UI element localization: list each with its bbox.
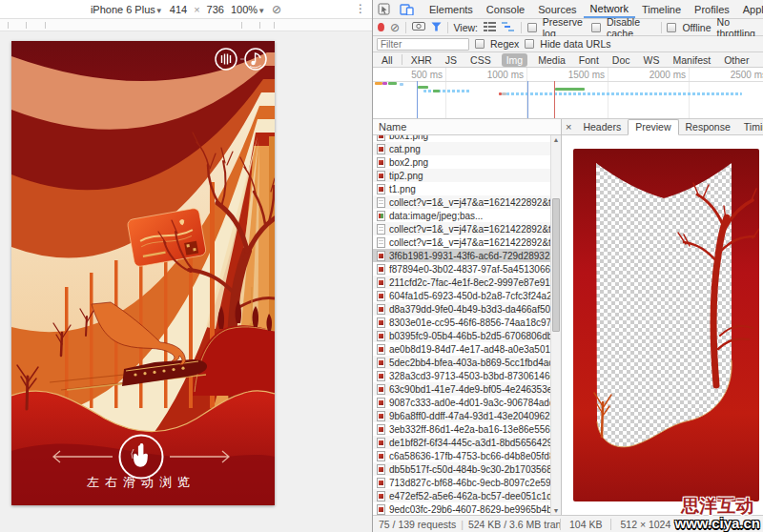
file-name: 9b6a8ff0-ddff-47a4-93d1-43e2040962ba [389, 411, 550, 421]
preserve-log-label: Preserve log [543, 16, 586, 39]
clear-icon[interactable]: ⊘ [390, 22, 400, 33]
table-row[interactable]: 5dec2bb4-bfea-403a-b869-5cc1fbd4ac19 [373, 356, 550, 369]
table-row[interactable]: 3eb332ff-86d1-4e2a-ba16-13e86e5565ef [373, 422, 550, 436]
detail-tab-headers[interactable]: Headers [576, 120, 628, 134]
file-name: ae0b8d19-84d7-4e17-ad48-a0e3a501501f [389, 344, 550, 355]
table-row[interactable]: e472ef52-a5e6-462a-bc57-dee051c1d768 [373, 489, 550, 502]
scrollbar-thumb[interactable] [552, 198, 560, 332]
viewport-width-field[interactable]: 414 [170, 4, 187, 15]
type-filter-ws[interactable]: WS [641, 54, 663, 66]
image-file-icon [377, 157, 385, 168]
table-row[interactable]: c6a58636-17fb-4753-bc66-d4b8e05fd855 [373, 449, 550, 462]
filter-toggle-icon[interactable] [431, 22, 442, 33]
disable-cache-checkbox[interactable] [591, 23, 601, 32]
view-list-icon[interactable] [484, 22, 496, 33]
image-preview-content [562, 135, 763, 515]
table-row[interactable]: collect?v=1&_v=j47&a=1621422892&t=event.… [373, 235, 550, 249]
file-name: e472ef52-a5e6-462a-bc57-dee051c1d768 [389, 491, 550, 501]
device-toolbar-toggle-icon[interactable] [395, 0, 419, 18]
file-name: 9edc03fc-29b6-4607-8629-be9965b4b8bb [389, 504, 550, 515]
device-toolbar: iPhone 6 Plus ▼ 414 × 736 100% ▼ ⊘ ⋮ [0, 0, 372, 19]
record-icon[interactable] [378, 23, 384, 31]
table-row[interactable]: ae0b8d19-84d7-4e17-ad48-a0e3a501501f [373, 342, 550, 356]
status-separator: | [461, 519, 464, 530]
table-row[interactable]: db5b517f-c50d-484b-9c30-2b1703568040 [373, 462, 550, 476]
device-select[interactable]: iPhone 6 Plus ▼ [91, 4, 163, 15]
tab-console[interactable]: Console [480, 0, 531, 18]
watermark-url: www.ciya.cn [675, 516, 760, 531]
chevron-down-icon: ▼ [258, 7, 265, 15]
tab-elements[interactable]: Elements [423, 0, 480, 18]
throttling-select[interactable]: No throttling [717, 16, 758, 39]
table-row[interactable]: d8a379dd-9fe0-4b49-b3d3-da466af50a92 [373, 302, 550, 316]
type-filter-all[interactable]: All [379, 54, 396, 66]
table-row[interactable]: 8303e01e-cc95-46f6-8856-74aa18c9730f [373, 316, 550, 329]
type-filter-other[interactable]: Other [721, 54, 752, 66]
table-row[interactable]: de1bf82f-6f34-445c-a3d1-8bd5656429a2 [373, 436, 550, 449]
table-row[interactable]: 9edc03fc-29b6-4607-8629-be9965b4b8bb [373, 502, 550, 515]
capture-screenshots-icon[interactable] [412, 21, 425, 33]
network-overview[interactable]: 500 ms1000 ms1500 ms2000 ms2500 ms [373, 68, 763, 119]
image-file-icon [377, 291, 385, 301]
table-row[interactable]: cat.png [373, 142, 550, 155]
type-filter-manifest[interactable]: Manifest [670, 54, 713, 66]
domcontentloaded-marker [417, 81, 418, 118]
document-file-icon [377, 237, 385, 248]
table-row[interactable]: t1.png [373, 182, 550, 195]
table-row[interactable]: b0395fc9-05b4-46b5-b2d5-6706806db3b0 [373, 329, 550, 342]
table-row[interactable]: 211cfd2c-7fac-4e1f-8ec2-9997e87e9192 [373, 276, 550, 289]
regex-checkbox[interactable] [475, 39, 485, 49]
type-filter-xhr[interactable]: XHR [408, 54, 435, 66]
table-row[interactable]: 3f6b1981-9931-43f6-ac6d-729d28932a9a [373, 249, 550, 262]
table-row[interactable]: collect?v=1&_v=j47&a=1621422892&t=page..… [373, 195, 550, 209]
status-segment: 524 KB / 3.6 MB transferred [468, 519, 561, 530]
file-name: b0395fc9-05b4-46b5-b2d5-6706806db3b0 [389, 331, 550, 341]
offline-checkbox[interactable] [667, 23, 676, 32]
throttling-icon[interactable]: ⊘ [272, 4, 281, 15]
table-row[interactable]: collect?v=1&_v=j47&a=1621422892&t=event.… [373, 222, 550, 235]
filter-input[interactable] [377, 38, 469, 51]
regex-label: Regex [490, 38, 519, 50]
detail-tab-preview[interactable]: Preview [628, 119, 678, 135]
name-column-header[interactable]: Name [373, 119, 561, 135]
close-detail-icon[interactable]: × [566, 121, 571, 133]
device-menu-icon[interactable]: ⋮ [355, 2, 366, 15]
table-row[interactable]: 328a3cd3-9713-4503-b3bd-87306146dad1 [373, 369, 550, 382]
type-filter-font[interactable]: Font [576, 54, 602, 66]
table-row[interactable]: 63c90bd1-41e7-4de9-bf05-4e246353ec42 [373, 382, 550, 396]
type-filter-img[interactable]: Img [502, 53, 528, 67]
type-filter-doc[interactable]: Doc [609, 54, 633, 66]
type-filter-media[interactable]: Media [535, 54, 568, 66]
detail-tab-timing[interactable]: Timing [737, 120, 763, 134]
scroll-down-icon[interactable]: ▼ [551, 507, 561, 514]
list-scrollbar[interactable]: ▲ ▼ [550, 135, 561, 515]
viewport-height-field[interactable]: 736 [207, 4, 224, 15]
image-file-icon [377, 504, 385, 515]
request-list: box1.pngcat.pngbox2.pngtip2.pngt1.pngcol… [373, 135, 550, 515]
detail-tab-response[interactable]: Response [679, 120, 737, 134]
watermark-brand: 思洋互动 [675, 497, 760, 516]
table-row[interactable]: 9087c333-ad0e-4d01-9a3c-906784addbe2 [373, 396, 550, 409]
table-row[interactable]: tip2.png [373, 169, 550, 182]
table-row[interactable]: 713d827c-bf68-46bc-9ecb-8097c2e59012 [373, 476, 550, 489]
zoom-select[interactable]: 100% ▼ [231, 4, 265, 15]
table-row[interactable]: 604fa1d5-6923-450d-b2a8-7cfc3f24a2db [373, 289, 550, 302]
table-row[interactable]: 9b6a8ff0-ddff-47a4-93d1-43e2040962ba [373, 409, 550, 422]
table-row[interactable]: f87894e0-3b02-4837-97af-5a4513066f51 [373, 262, 550, 276]
scroll-up-icon[interactable]: ▲ [551, 136, 561, 143]
type-filter-js[interactable]: JS [443, 54, 460, 66]
file-name: d8a379dd-9fe0-4b49-b3d3-da466af50a92 [389, 304, 550, 315]
inspect-element-icon[interactable] [373, 0, 395, 18]
preserve-log-checkbox[interactable] [527, 23, 537, 32]
table-row[interactable]: box2.png [373, 155, 550, 169]
type-filter-css[interactable]: CSS [467, 54, 494, 66]
document-file-icon [377, 224, 385, 235]
divider [402, 54, 402, 65]
image-file-icon [377, 371, 385, 381]
table-row[interactable]: box1.png [373, 135, 550, 142]
emulated-page[interactable]: 左右滑动浏览 [11, 41, 275, 505]
timeline-tick-label: 1000 ms [487, 70, 524, 80]
hide-data-urls-checkbox[interactable] [525, 39, 534, 49]
view-waterfall-icon[interactable] [502, 22, 515, 33]
table-row[interactable]: data:image/jpeg;bas... [373, 209, 550, 222]
